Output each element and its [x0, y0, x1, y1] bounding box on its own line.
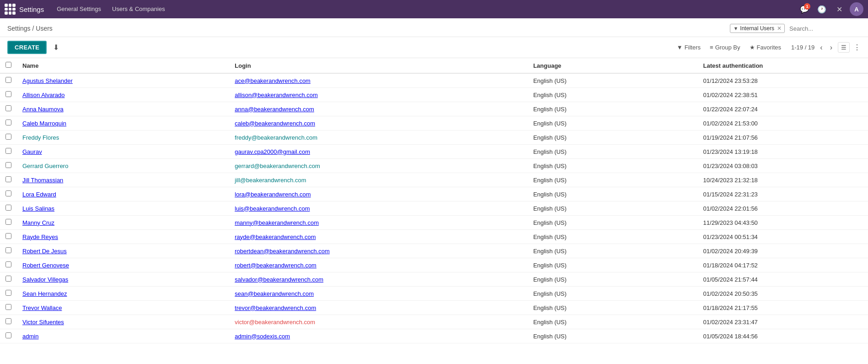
- user-login-link[interactable]: anna@beakerandwrench.com: [235, 106, 314, 113]
- table-row[interactable]: Freddy Floresfreddy@beakerandwrench.comE…: [0, 130, 868, 145]
- user-name-link[interactable]: Robert Genovese: [22, 262, 69, 269]
- row-checkbox[interactable]: [5, 91, 11, 97]
- row-checkbox[interactable]: [5, 134, 11, 140]
- search-input[interactable]: [788, 24, 861, 33]
- row-checkbox[interactable]: [5, 276, 11, 282]
- download-button[interactable]: ⬇: [50, 41, 62, 54]
- close-icon[interactable]: ✕: [832, 2, 846, 16]
- row-checkbox[interactable]: [5, 190, 11, 196]
- table-row[interactable]: Allison Alvaradoallison@beakerandwrench.…: [0, 88, 868, 102]
- row-checkbox[interactable]: [5, 162, 11, 168]
- next-page-button[interactable]: ›: [828, 43, 834, 53]
- avatar[interactable]: A: [850, 2, 863, 16]
- user-name-link[interactable]: Gaurav: [22, 148, 42, 155]
- table-row[interactable]: Jill Thomassianjill@beakerandwrench.comE…: [0, 173, 868, 187]
- user-name-link[interactable]: Robert De Jesus: [22, 248, 67, 255]
- row-checkbox[interactable]: [5, 304, 11, 310]
- filters-button[interactable]: ▼ Filters: [674, 42, 703, 53]
- user-name-link[interactable]: admin: [22, 333, 38, 340]
- user-login-link[interactable]: lora@beakerandwrench.com: [235, 191, 311, 198]
- user-name-link[interactable]: Sean Hernandez: [22, 290, 67, 297]
- user-login-link[interactable]: admin@sodexis.com: [235, 333, 290, 340]
- user-name-link[interactable]: Trevor Wallace: [22, 304, 62, 311]
- user-name-link[interactable]: Anna Naumova: [22, 106, 64, 113]
- user-login-link[interactable]: robert@beakerandwrench.com: [235, 262, 316, 269]
- select-all-checkbox[interactable]: [5, 62, 11, 68]
- notification-badge[interactable]: 💬 1: [798, 2, 811, 16]
- table-row[interactable]: Anna Naumovaanna@beakerandwrench.comEngl…: [0, 102, 868, 116]
- user-name-link[interactable]: Rayde Reyes: [22, 234, 58, 240]
- table-row[interactable]: Gauravgaurav.cpa2000@gmail.comEnglish (U…: [0, 145, 868, 159]
- user-language: English (US): [528, 173, 698, 187]
- table-row[interactable]: Gerrard Guerrerogerrard@beakerandwrench.…: [0, 159, 868, 173]
- row-checkbox[interactable]: [5, 176, 11, 182]
- user-name-link[interactable]: Caleb Marroquin: [22, 120, 66, 127]
- user-login-link[interactable]: freddy@beakerandwrench.com: [235, 134, 317, 141]
- row-checkbox[interactable]: [5, 332, 11, 338]
- user-login-link[interactable]: jill@beakerandwrench.com: [235, 177, 306, 184]
- user-login-link[interactable]: gaurav.cpa2000@gmail.com: [235, 148, 310, 155]
- nav-general-settings[interactable]: General Settings: [51, 0, 107, 18]
- nav-users-companies[interactable]: Users & Companies: [107, 0, 171, 18]
- user-login-link[interactable]: allison@beakerandwrench.com: [235, 92, 318, 98]
- user-login-link[interactable]: luis@beakerandwrench.com: [235, 205, 310, 212]
- table-row[interactable]: Victor Sifuentesvictor@beakerandwrench.c…: [0, 315, 868, 329]
- user-name-link[interactable]: Salvador Villegas: [22, 276, 68, 283]
- user-login-link[interactable]: ace@beakerandwrench.com: [235, 77, 311, 84]
- prev-page-button[interactable]: ‹: [818, 43, 824, 53]
- table-row[interactable]: Luis Salinasluis@beakerandwrench.comEngl…: [0, 201, 868, 216]
- breadcrumb-parent[interactable]: Settings: [7, 25, 31, 32]
- clock-icon[interactable]: 🕐: [815, 2, 829, 16]
- row-checkbox[interactable]: [5, 247, 11, 253]
- user-name-link[interactable]: Agustus Shelander: [22, 77, 73, 84]
- row-checkbox[interactable]: [5, 205, 11, 211]
- user-name-link[interactable]: Lora Edward: [22, 191, 56, 198]
- select-all-header[interactable]: [0, 58, 17, 73]
- user-login-link[interactable]: rayde@beakerandwrench.com: [235, 234, 316, 240]
- row-checkbox[interactable]: [5, 105, 11, 111]
- user-login-link[interactable]: victor@beakerandwrench.com: [235, 319, 315, 326]
- user-name-link[interactable]: Victor Sifuentes: [22, 319, 64, 326]
- user-login-link[interactable]: gerrard@beakerandwrench.com: [235, 163, 320, 169]
- user-login-link[interactable]: robertdean@beakerandwrench.com: [235, 248, 330, 255]
- table-row[interactable]: Robert De Jesusrobertdean@beakerandwrenc…: [0, 244, 868, 258]
- row-checkbox[interactable]: [5, 219, 11, 225]
- row-checkbox[interactable]: [5, 148, 11, 154]
- user-name-link[interactable]: Luis Salinas: [22, 205, 54, 212]
- more-options-button[interactable]: ⋮: [853, 43, 861, 52]
- table-row[interactable]: Salvador Villegassalvador@beakerandwrenc…: [0, 272, 868, 287]
- create-button[interactable]: CREATE: [7, 41, 47, 54]
- list-view-button[interactable]: ☰: [838, 42, 850, 53]
- user-name-link[interactable]: Freddy Flores: [22, 134, 59, 141]
- user-login-link[interactable]: salvador@beakerandwrench.com: [235, 276, 323, 283]
- user-login-link[interactable]: trevor@beakerandwrench.com: [235, 304, 316, 311]
- table-row[interactable]: Agustus Shelanderace@beakerandwrench.com…: [0, 73, 868, 88]
- table-row[interactable]: Sean Hernandezsean@beakerandwrench.comEn…: [0, 287, 868, 301]
- col-header-login[interactable]: Login: [229, 58, 528, 73]
- row-checkbox[interactable]: [5, 233, 11, 239]
- groupby-button[interactable]: ≡ Group By: [707, 42, 743, 53]
- table-row[interactable]: Robert Genoveserobert@beakerandwrench.co…: [0, 258, 868, 272]
- user-login-link[interactable]: sean@beakerandwrench.com: [235, 290, 314, 297]
- user-name-link[interactable]: Jill Thomassian: [22, 177, 63, 184]
- table-row[interactable]: Caleb Marroquincaleb@beakerandwrench.com…: [0, 116, 868, 130]
- favorites-button[interactable]: ★ Favorites: [747, 42, 784, 53]
- row-checkbox[interactable]: [5, 261, 11, 267]
- filter-remove-btn[interactable]: ✕: [777, 25, 782, 32]
- table-row[interactable]: Trevor Wallacetrevor@beakerandwrench.com…: [0, 301, 868, 315]
- user-name-link[interactable]: Allison Alvarado: [22, 92, 65, 98]
- user-name-link[interactable]: Manny Cruz: [22, 219, 54, 226]
- table-row[interactable]: Rayde Reyesrayde@beakerandwrench.comEngl…: [0, 230, 868, 244]
- user-login-link[interactable]: manny@beakerandwrench.com: [235, 219, 319, 226]
- row-checkbox[interactable]: [5, 290, 11, 296]
- user-name-link[interactable]: Gerrard Guerrero: [22, 163, 68, 169]
- table-row[interactable]: Lora Edwardlora@beakerandwrench.comEngli…: [0, 187, 868, 201]
- col-header-name[interactable]: Name: [17, 58, 229, 73]
- row-checkbox[interactable]: [5, 120, 11, 125]
- app-logo[interactable]: [5, 4, 16, 15]
- table-row[interactable]: adminadmin@sodexis.comEnglish (US)01/05/…: [0, 329, 868, 343]
- user-login-link[interactable]: caleb@beakerandwrench.com: [235, 120, 315, 127]
- row-checkbox[interactable]: [5, 318, 11, 324]
- row-checkbox[interactable]: [5, 77, 11, 83]
- table-row[interactable]: Manny Cruzmanny@beakerandwrench.comEngli…: [0, 216, 868, 230]
